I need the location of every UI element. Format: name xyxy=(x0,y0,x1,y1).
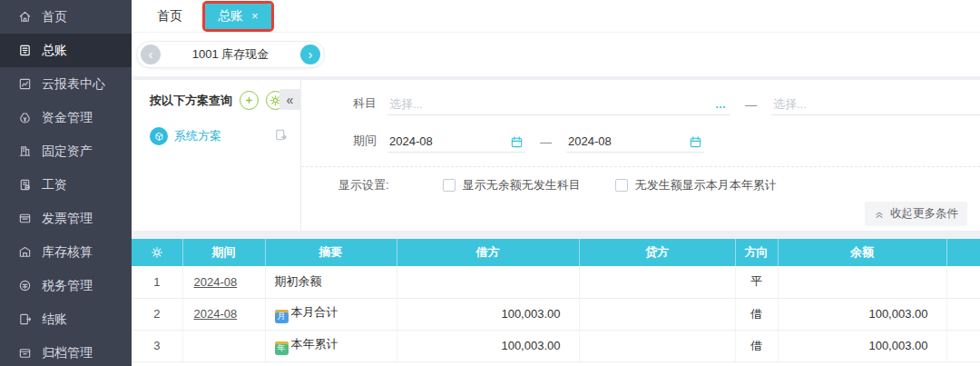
sidebar-item-archive[interactable]: 归档管理 xyxy=(0,336,132,366)
cell-balance: 100,003.00 xyxy=(778,330,946,361)
filter-panel: 按以下方案查询 « 系统方案 科目 … — xyxy=(132,80,980,231)
column-header: 摘要 xyxy=(265,239,397,266)
add-scheme-button[interactable] xyxy=(240,91,259,110)
sidebar-item-label: 结账 xyxy=(42,312,67,328)
account-switcher: ‹ 1001 库存现金 › xyxy=(136,41,325,68)
checkbox-show-month-year-totals[interactable] xyxy=(615,179,628,192)
calendar-icon[interactable] xyxy=(510,135,524,149)
chevrons-up-icon xyxy=(874,209,885,220)
annotation-red-box: 总账 × xyxy=(202,1,274,32)
sidebar-item-label: 工资 xyxy=(42,177,67,193)
column-header: 贷方 xyxy=(579,239,735,266)
query-scheme-panel: 按以下方案查询 « 系统方案 xyxy=(132,80,301,231)
display-settings-label: 显示设置: xyxy=(338,177,389,193)
period-to-input[interactable] xyxy=(566,132,704,153)
archive-icon xyxy=(18,346,32,360)
ledger-table: 期间摘要借方贷方方向余额 12024-08期初余额平22024-08月本月合计1… xyxy=(132,239,980,362)
sidebar-item-invoice[interactable]: 发票管理 xyxy=(0,202,132,235)
sidebar-item-label: 固定资产 xyxy=(42,143,93,160)
cell-credit xyxy=(579,330,735,361)
next-account-button[interactable]: › xyxy=(300,45,320,64)
cell-period: 2024-08 xyxy=(182,298,265,330)
sidebar-item-tax[interactable]: 税务管理 xyxy=(0,269,132,302)
cell-balance: 100,003.00 xyxy=(778,298,946,330)
closing-icon xyxy=(18,312,32,326)
sidebar-item-payroll[interactable]: 工资 xyxy=(0,168,132,202)
save-scheme-icon[interactable] xyxy=(274,128,288,145)
scheme-cube-icon xyxy=(150,127,168,145)
sidebar-item-reports[interactable]: 云报表中心 xyxy=(0,67,132,101)
column-header: 余额 xyxy=(778,239,946,266)
sidebar-item-home[interactable]: 首页 xyxy=(0,0,132,34)
cell-empty xyxy=(946,298,980,330)
collapse-panel-button[interactable]: « xyxy=(279,89,300,110)
cell-credit xyxy=(579,298,735,330)
sidebar: 首页总账云报表中心资金管理固定资产工资发票管理库存核算税务管理结账归档管理 xyxy=(0,0,132,366)
sidebar-item-label: 云报表中心 xyxy=(42,76,105,93)
cell-debit: 100,003.00 xyxy=(397,298,579,330)
home-icon xyxy=(18,10,32,24)
subject-to-input[interactable] xyxy=(771,94,980,115)
tab-ledger[interactable]: 总账 × xyxy=(205,4,271,29)
cell-direction: 借 xyxy=(735,330,778,361)
sidebar-item-closing[interactable]: 结账 xyxy=(0,302,132,336)
column-header: 借方 xyxy=(397,239,579,266)
table-header-row: 期间摘要借方贷方方向余额 xyxy=(132,239,980,266)
funds-icon xyxy=(18,111,32,124)
row-index: 1 xyxy=(132,266,182,298)
cell-period: 2024-08 xyxy=(182,266,265,298)
payroll-icon xyxy=(18,178,32,192)
checkbox-label: 显示无余额无发生科目 xyxy=(463,177,581,193)
calendar-icon[interactable] xyxy=(689,135,702,149)
system-scheme-link[interactable]: 系统方案 xyxy=(174,128,221,144)
collapse-more-button[interactable]: 收起更多条件 xyxy=(865,202,967,226)
checkbox-label: 无发生额显示本月本年累计 xyxy=(635,177,777,193)
period-link[interactable]: 2024-08 xyxy=(194,275,238,289)
column-header: 方向 xyxy=(735,239,778,266)
assets-icon xyxy=(18,144,32,158)
period-from-input[interactable] xyxy=(387,132,525,153)
prev-account-button[interactable]: ‹ xyxy=(141,45,161,64)
summary-badge-icon: 月 xyxy=(275,310,289,323)
sidebar-item-label: 总账 xyxy=(42,43,67,59)
checkbox-no-balance-subjects[interactable] xyxy=(443,179,456,192)
account-label: 1001 库存现金 xyxy=(192,46,270,63)
sidebar-item-inventory[interactable]: 库存核算 xyxy=(0,235,132,269)
collapse-more-label: 收起更多条件 xyxy=(890,206,958,222)
sidebar-item-assets[interactable]: 固定资产 xyxy=(0,134,132,168)
cell-period xyxy=(182,330,265,361)
cell-credit xyxy=(579,266,735,298)
subject-label: 科目 xyxy=(353,95,377,115)
cell-direction: 平 xyxy=(735,266,778,298)
column-header: 期间 xyxy=(182,239,265,266)
cell-summary: 年本年累计 xyxy=(265,330,397,361)
ledger-icon xyxy=(18,44,32,57)
cell-empty xyxy=(946,330,980,361)
sidebar-item-label: 归档管理 xyxy=(42,345,93,361)
sidebar-item-label: 首页 xyxy=(42,9,67,25)
range-dash: — xyxy=(745,98,757,115)
close-tab-icon[interactable]: × xyxy=(251,9,259,23)
table-column-settings xyxy=(132,239,182,266)
range-dash: — xyxy=(540,135,552,153)
subject-from-input[interactable] xyxy=(387,94,730,115)
sidebar-item-label: 发票管理 xyxy=(42,211,93,227)
table-settings-gear-icon[interactable] xyxy=(132,246,182,259)
main-area: 首页 总账 × ‹ 1001 库存现金 › 按以下方案查询 « 系统方案 xyxy=(132,0,980,366)
sidebar-item-funds[interactable]: 资金管理 xyxy=(0,101,132,134)
cell-debit: 100,003.00 xyxy=(397,330,579,361)
sidebar-item-label: 库存核算 xyxy=(42,244,93,261)
tax-icon xyxy=(18,279,32,292)
table-row: 12024-08期初余额平 xyxy=(132,266,980,298)
invoice-icon xyxy=(18,212,32,225)
table-body: 12024-08期初余额平22024-08月本月合计100,003.00借100… xyxy=(132,266,980,361)
table-row: 22024-08月本月合计100,003.00借100,003.00 xyxy=(132,298,980,330)
subject-more-icon[interactable]: … xyxy=(715,98,727,111)
cell-summary: 月本月合计 xyxy=(265,298,397,330)
row-index: 3 xyxy=(132,330,182,361)
sidebar-item-ledger[interactable]: 总账 xyxy=(0,34,132,67)
tab-home[interactable]: 首页 xyxy=(144,8,195,25)
period-link[interactable]: 2024-08 xyxy=(194,307,238,321)
row-index: 2 xyxy=(132,298,182,330)
cell-empty xyxy=(946,266,980,298)
